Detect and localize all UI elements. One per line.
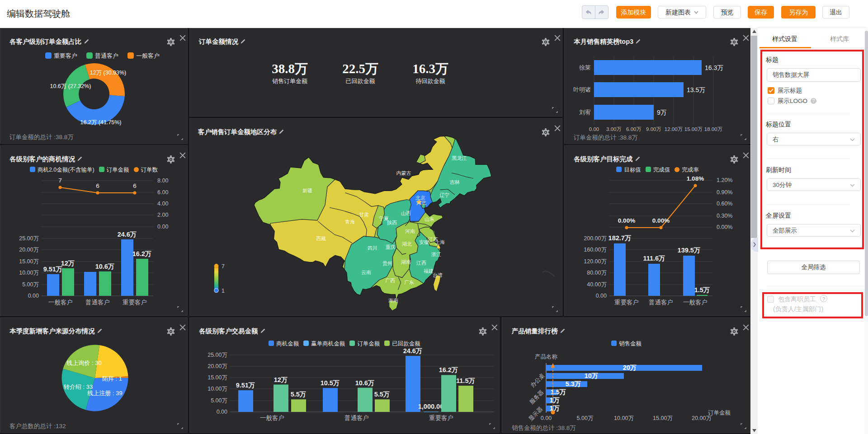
svg-text:10.6万 (27.32%): 10.6万 (27.32%): [50, 83, 91, 89]
svg-text:0.00%: 0.00%: [717, 224, 732, 230]
svg-text:120.00万: 120.00万: [584, 258, 607, 265]
svg-text:线上注册 : 39: 线上注册 : 39: [87, 390, 122, 397]
svg-text:9.00万: 9.00万: [646, 126, 661, 132]
svg-text:20.00万: 20.00万: [692, 415, 712, 421]
svg-text:0.00: 0.00: [28, 293, 39, 299]
svg-text:1,000.00: 1,000.00: [418, 403, 443, 410]
svg-text:重要客户: 重要客户: [123, 299, 147, 306]
svg-text:24.6万: 24.6万: [118, 231, 137, 238]
svg-text:辽宁: 辽宁: [439, 192, 449, 198]
svg-text:1.20%: 1.20%: [717, 177, 732, 183]
svg-text:15.00万: 15.00万: [653, 415, 673, 421]
svg-text:16.2万: 16.2万: [132, 250, 152, 257]
svg-text:10.6万: 10.6万: [95, 263, 115, 270]
svg-text:普通客户: 普通客户: [649, 299, 673, 306]
svg-text:0.00: 0.00: [541, 415, 552, 421]
svg-text:上海: 上海: [435, 239, 445, 245]
svg-text:青海: 青海: [345, 219, 355, 224]
svg-text:山东: 山东: [425, 216, 434, 222]
svg-text:3.00万: 3.00万: [606, 126, 622, 132]
svg-text:服务器: 服务器: [528, 389, 545, 406]
svg-text:12万 (30.93%): 12万 (30.93%): [90, 70, 127, 76]
svg-text:0.60%: 0.60%: [717, 201, 732, 207]
svg-text:6.00万: 6.00万: [626, 126, 642, 132]
svg-text:15.00万: 15.00万: [19, 258, 39, 265]
svg-text:办公桌: 办公桌: [529, 372, 546, 388]
svg-text:1万: 1万: [550, 397, 560, 404]
svg-text:吉林: 吉林: [449, 179, 460, 185]
svg-text:10.00万: 10.00万: [19, 270, 39, 276]
svg-text:40.00万: 40.00万: [587, 281, 607, 288]
svg-text:25.00万: 25.00万: [208, 352, 227, 358]
svg-text:产品名称: 产品名称: [535, 354, 558, 360]
svg-text:5.00万: 5.00万: [577, 415, 594, 421]
svg-text:四川: 四川: [368, 245, 377, 251]
svg-text:10万: 10万: [585, 372, 599, 379]
svg-text:9.51万: 9.51万: [43, 266, 63, 273]
svg-text:20.00万: 20.00万: [19, 247, 39, 253]
svg-text:15.00万: 15.00万: [684, 126, 703, 132]
svg-text:黑龙江: 黑龙江: [452, 155, 467, 161]
svg-text:普通客户: 普通客户: [85, 299, 110, 306]
svg-text:5.5万: 5.5万: [291, 391, 307, 398]
svg-text:80.00万: 80.00万: [587, 270, 607, 276]
svg-text:0.00%: 0.00%: [652, 217, 670, 224]
svg-text:安徽: 安徽: [419, 239, 429, 245]
svg-text:6: 6: [96, 182, 99, 189]
svg-text:转介绍 : 33: 转介绍 : 33: [64, 383, 93, 390]
svg-text:16.2万 (41.75%): 16.2万 (41.75%): [80, 119, 121, 126]
svg-text:6: 6: [133, 182, 137, 189]
svg-text:台湾: 台湾: [433, 272, 443, 278]
svg-text:新疆: 新疆: [302, 188, 312, 193]
svg-text:1: 1: [222, 288, 225, 294]
svg-text:12.00万: 12.00万: [665, 126, 683, 132]
svg-text:16.3万: 16.3万: [705, 64, 723, 71]
svg-text:一般客户: 一般客户: [260, 415, 284, 421]
svg-text:12万: 12万: [61, 260, 75, 267]
svg-text:200.00万: 200.00万: [584, 235, 607, 242]
svg-text:0.00: 0.00: [157, 224, 168, 230]
svg-text:广东: 广东: [404, 280, 414, 285]
svg-text:线上询价 : 30: 线上询价 : 30: [66, 359, 101, 366]
svg-text:刘宥: 刘宥: [579, 109, 591, 116]
svg-text:12万: 12万: [274, 376, 288, 383]
svg-text:0.90%: 0.90%: [717, 189, 732, 196]
svg-text:重庆: 重庆: [386, 244, 396, 250]
svg-text:甘肃: 甘肃: [359, 212, 369, 217]
svg-text:16.2万: 16.2万: [439, 366, 458, 373]
svg-text:1.08%: 1.08%: [687, 175, 704, 182]
svg-text:陕西: 陕西: [387, 220, 397, 225]
svg-text:0.00%: 0.00%: [618, 217, 635, 224]
svg-text:1.5万: 1.5万: [694, 286, 710, 294]
svg-text:云南: 云南: [361, 270, 371, 275]
svg-text:111.6万: 111.6万: [643, 255, 665, 262]
svg-text:10.6万: 10.6万: [355, 379, 375, 387]
svg-text:河北: 河北: [416, 200, 426, 205]
svg-text:10.00万: 10.00万: [208, 386, 227, 392]
svg-text:浙江: 浙江: [431, 252, 441, 257]
svg-text:13.5万: 13.5万: [687, 86, 705, 93]
svg-text:4.00: 4.00: [157, 201, 168, 207]
svg-text:一般客户: 一般客户: [683, 299, 708, 306]
svg-text:陌拜 : 1: 陌拜 : 1: [102, 375, 122, 382]
svg-text:20.00万: 20.00万: [208, 363, 227, 369]
svg-text:福建: 福建: [424, 268, 434, 274]
svg-text:2.00: 2.00: [157, 212, 168, 218]
svg-text:18.00万: 18.00万: [704, 126, 722, 132]
svg-text:0.00: 0.00: [217, 409, 227, 415]
svg-text:160.00万: 160.00万: [584, 247, 607, 253]
svg-text:10.00万: 10.00万: [614, 415, 634, 421]
svg-text:182.7万: 182.7万: [609, 234, 632, 242]
svg-text:海南: 海南: [388, 298, 398, 303]
svg-text:0.30%: 0.30%: [717, 213, 732, 219]
svg-text:0.00: 0.00: [596, 293, 607, 299]
svg-text:7: 7: [222, 263, 225, 270]
svg-text:江西: 江西: [416, 260, 426, 266]
svg-text:河南: 河南: [405, 229, 415, 234]
svg-text:5.00万: 5.00万: [22, 281, 39, 288]
svg-text:9万: 9万: [657, 109, 667, 116]
svg-text:山西: 山西: [401, 210, 411, 216]
svg-text:8.00: 8.00: [157, 177, 168, 184]
svg-text:重要客户: 重要客户: [429, 415, 453, 421]
svg-text:一般客户: 一般客户: [48, 299, 73, 306]
